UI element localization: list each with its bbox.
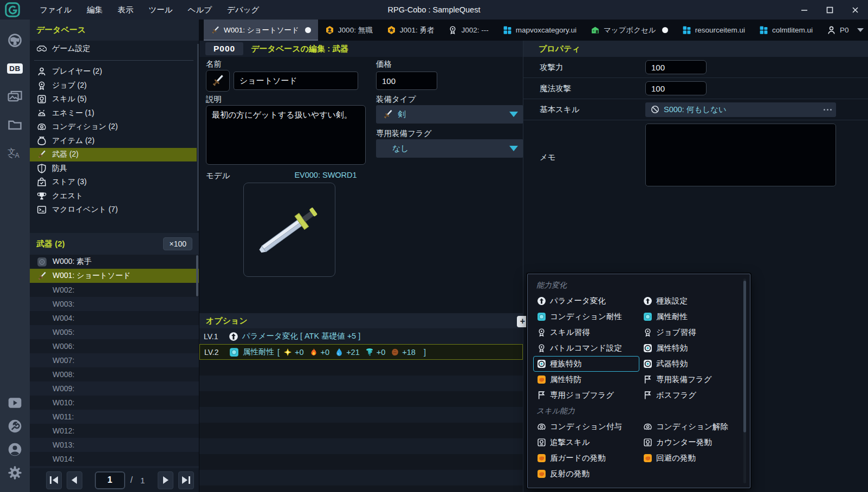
context-menu-item[interactable]: 属性特防	[533, 372, 639, 387]
context-menu-item[interactable]: 属性耐性	[639, 309, 739, 325]
magic-attack-input[interactable]	[645, 81, 707, 95]
weapon-list-item[interactable]: W006:	[30, 339, 199, 353]
weapon-list-item[interactable]: W000: 素手	[30, 255, 199, 269]
option-empty-row[interactable]	[199, 391, 523, 407]
document-tab[interactable]: colmtlitem.ui	[752, 20, 820, 41]
database-category-item[interactable]: マクロイベント (7)	[30, 203, 197, 217]
minimize-button[interactable]	[792, 0, 817, 20]
prev-page-button[interactable]	[67, 471, 82, 489]
document-tab[interactable]: mapvoxcategory.ui	[496, 20, 584, 41]
database-category-item[interactable]: クエスト	[30, 189, 197, 203]
option-row[interactable]: LV.1 パラメータ変化 [ ATK 基礎値 +5 ]	[199, 328, 523, 344]
rail-button[interactable]	[0, 111, 30, 139]
price-input[interactable]	[376, 72, 437, 90]
weapon-list-item[interactable]: W013:	[30, 438, 199, 452]
context-menu-item[interactable]: スキル習得	[533, 325, 639, 340]
context-menu-item[interactable]: ジョブ習得	[639, 325, 739, 340]
multiplier-button[interactable]: ×100	[163, 237, 192, 250]
context-menu-scrollbar[interactable]	[743, 279, 746, 483]
document-tab[interactable]: resourceitem.ui	[675, 20, 752, 41]
context-menu-item[interactable]: カウンター発動	[639, 435, 739, 450]
weapon-icon-button[interactable]	[206, 70, 230, 92]
rail-button[interactable]	[0, 391, 30, 415]
menu-item[interactable]: ヘルプ	[180, 0, 220, 20]
option-empty-row[interactable]	[199, 438, 523, 454]
database-category-item[interactable]: プレイヤー (2)	[30, 65, 197, 79]
description-textarea[interactable]: 最初の方にゲットする扱いやすい剣。	[206, 105, 366, 165]
weapon-list-item[interactable]: W002:	[30, 283, 199, 297]
maximize-button[interactable]	[817, 0, 843, 20]
option-empty-row[interactable]	[199, 454, 523, 470]
option-empty-row[interactable]	[199, 407, 523, 423]
context-menu-item[interactable]: コンディション解除	[639, 419, 739, 435]
option-row[interactable]: LV.2 属性耐性 [ +0 +0 +21	[199, 344, 523, 360]
weapon-list-item[interactable]: W011:	[30, 410, 199, 424]
rail-button[interactable]: DB	[0, 54, 30, 82]
more-options-button[interactable]	[824, 102, 832, 117]
weapon-list-item[interactable]: W005:	[30, 325, 199, 339]
page-number-input[interactable]	[95, 471, 125, 489]
context-menu-item[interactable]: 盾ガードの発動	[533, 450, 639, 466]
rail-button[interactable]	[0, 82, 30, 111]
context-menu-item[interactable]: 武器特効	[639, 356, 739, 372]
database-category-item[interactable]: エネミー (1)	[30, 106, 197, 120]
name-input[interactable]	[234, 72, 358, 90]
document-tab[interactable]: J001: 勇者	[380, 20, 442, 41]
database-category-item[interactable]: ジョブ (2)	[30, 79, 197, 93]
document-tab[interactable]: J002: ---	[441, 20, 495, 41]
first-page-button[interactable]	[46, 471, 62, 489]
weapon-list-item[interactable]: W008:	[30, 367, 199, 381]
context-menu-item[interactable]: 専用ジョブフラグ	[533, 387, 639, 403]
context-menu-item[interactable]: コンディション付与	[533, 419, 639, 435]
menu-item[interactable]: 編集	[79, 0, 110, 20]
database-category-item[interactable]: コンディション (2)	[30, 120, 197, 134]
document-tab[interactable]: J000: 無職	[318, 20, 380, 41]
model-preview[interactable]	[243, 183, 335, 277]
context-menu-item[interactable]: バトルコマンド設定	[533, 340, 639, 356]
rail-button[interactable]	[0, 415, 30, 438]
last-page-button[interactable]	[178, 471, 194, 489]
exclusive-flag-select[interactable]: なし	[376, 139, 523, 158]
next-page-button[interactable]	[158, 471, 173, 489]
rail-button[interactable]	[0, 438, 30, 461]
menu-item[interactable]: 表示	[110, 0, 141, 20]
menu-item[interactable]: デバッグ	[219, 0, 267, 20]
context-menu-item[interactable]: 種族設定	[639, 293, 739, 309]
option-empty-row[interactable]	[199, 485, 523, 492]
database-category-item[interactable]: 武器 (2)	[30, 148, 197, 162]
menu-item[interactable]: ツール	[141, 0, 180, 20]
database-category-item[interactable]: ゲーム設定	[30, 42, 197, 56]
attack-input[interactable]	[645, 60, 707, 74]
context-menu-item[interactable]: 反射の発動	[533, 466, 639, 482]
database-category-item[interactable]: アイテム (2)	[30, 134, 197, 148]
rail-button[interactable]	[0, 26, 30, 54]
close-button[interactable]	[843, 0, 868, 20]
document-tab[interactable]: マップボクセル	[584, 20, 675, 41]
database-category-item[interactable]: スキル (5)	[30, 93, 197, 107]
option-empty-row[interactable]	[199, 423, 523, 438]
context-menu-item[interactable]: パラメータ変化	[533, 293, 639, 309]
context-menu-item[interactable]: 回避の発動	[639, 450, 739, 466]
base-skill-select[interactable]: S000: 何もしない	[645, 102, 836, 117]
weapon-list-item[interactable]: W010:	[30, 396, 199, 410]
weapon-list-item[interactable]: W004:	[30, 311, 199, 325]
database-category-item[interactable]: ストア (3)	[30, 176, 197, 190]
context-menu-item[interactable]: 属性特効	[639, 340, 739, 356]
weapon-list-item[interactable]: W014:	[30, 452, 199, 466]
rail-button[interactable]	[0, 461, 30, 484]
context-menu-item[interactable]: 専用装備フラグ	[639, 372, 739, 387]
model-value[interactable]: EV000: SWORD1	[271, 171, 380, 179]
context-menu-item[interactable]: コンディション耐性	[533, 309, 639, 325]
context-menu-item[interactable]: 追撃スキル	[533, 435, 639, 450]
document-tab[interactable]: P0	[820, 20, 868, 41]
option-empty-row[interactable]	[199, 376, 523, 391]
weapon-list-item[interactable]: W009:	[30, 381, 199, 396]
context-menu-item[interactable]: 種族特効	[533, 356, 639, 372]
weapon-list-item[interactable]: W003:	[30, 297, 199, 311]
weapon-list-item[interactable]: W001: ショートソード	[30, 269, 199, 283]
weapon-list-item[interactable]: W012:	[30, 424, 199, 438]
equip-type-select[interactable]: 剣	[376, 105, 523, 124]
memo-textarea[interactable]	[645, 124, 836, 186]
option-empty-row[interactable]	[199, 360, 523, 376]
menu-item[interactable]: ファイル	[32, 0, 79, 20]
